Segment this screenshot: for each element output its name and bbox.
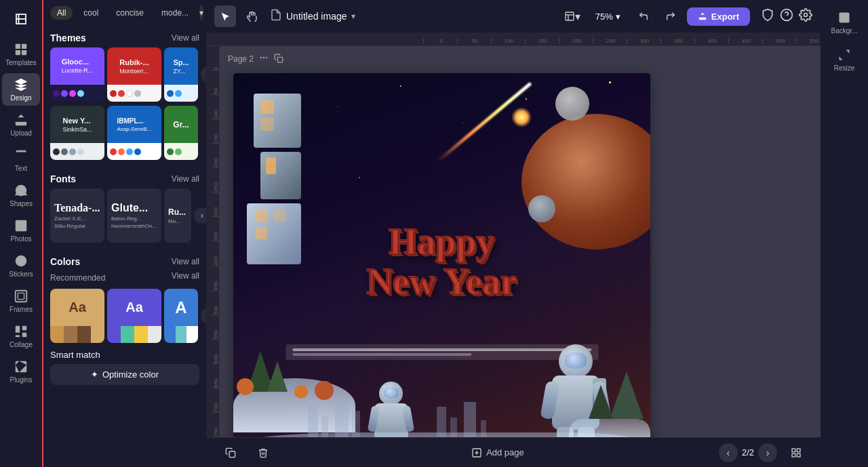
sidebar-item-plugins[interactable]: Plugins: [2, 355, 40, 388]
svg-point-24: [266, 57, 267, 58]
sidebar-item-photos[interactable]: Photos: [2, 214, 40, 247]
title-area: Untitled image ▾: [270, 9, 355, 24]
sidebar-item-frames[interactable]: Frames: [2, 285, 40, 317]
sidebar-item-upload[interactable]: Upload: [2, 108, 40, 141]
tag-concise[interactable]: concise: [109, 6, 151, 20]
svg-point-22: [260, 57, 262, 58]
zoom-button[interactable]: 75% ▾: [589, 9, 627, 24]
left-tools: [214, 5, 263, 27]
doc-icon: [270, 9, 282, 24]
optimize-color-button[interactable]: ✦ Optimize color: [50, 364, 199, 385]
export-label: Export: [711, 12, 739, 22]
themes-title: Themes: [50, 33, 86, 43]
svg-rect-33: [797, 453, 800, 457]
optimize-label: Optimize color: [102, 369, 159, 380]
sidebar-item-text[interactable]: Text: [2, 144, 40, 176]
page-navigation: ‹ 2/2 ›: [719, 443, 777, 462]
duplicate-page-button[interactable]: [217, 444, 244, 462]
font-card-1[interactable]: Glute... Baloo-Reg... HammersmithOn...: [107, 188, 161, 243]
hand-tool-button[interactable]: [241, 5, 263, 27]
help-icon[interactable]: [780, 8, 793, 25]
grid-view-button[interactable]: [783, 444, 810, 462]
theme-card-5[interactable]: Gr...: [164, 106, 198, 160]
svg-rect-31: [797, 449, 800, 452]
sidebar-item-templates[interactable]: Templates: [2, 38, 40, 70]
svg-rect-4: [16, 50, 20, 55]
bottom-right-tools: ‹ 2/2 ›: [719, 443, 810, 462]
bottom-bar: Add page ‹ 2/2 ›: [206, 437, 821, 467]
settings-icon[interactable]: [799, 8, 812, 25]
canvas-container: 0 50 100 150 200 250 300 350 400 450 500…: [206, 46, 821, 437]
svg-rect-32: [792, 453, 795, 457]
add-page-label: Add page: [486, 447, 524, 458]
right-tools: ▾ 75% ▾ Export: [561, 5, 812, 27]
canvas-scroll-area[interactable]: Page 2: [220, 46, 821, 437]
select-tool-button[interactable]: [214, 5, 236, 27]
page-options-button[interactable]: [259, 53, 269, 65]
themes-view-all[interactable]: View all: [172, 33, 199, 43]
recommended-label: Recommended: [50, 273, 105, 283]
zoom-chevron: ▾: [616, 12, 620, 22]
page-prev-button[interactable]: ‹: [719, 443, 738, 462]
svg-rect-26: [229, 451, 235, 458]
delete-page-button[interactable]: [250, 444, 277, 462]
canvas-artwork[interactable]: Happy New Year: [233, 73, 650, 437]
colors-recommended-view-all[interactable]: View all: [172, 271, 199, 281]
sidebar-item-label: Design: [10, 94, 31, 102]
sidebar-item-shapes[interactable]: Shapes: [2, 179, 40, 211]
svg-rect-11: [16, 291, 27, 302]
font-card-0[interactable]: Tenada-... Zacbel X-E... Stilu-Regular: [50, 188, 104, 243]
right-panel-resize-label: Resize: [834, 64, 855, 72]
page-next-button[interactable]: ›: [758, 443, 777, 462]
tag-mode[interactable]: mode...: [155, 6, 195, 20]
color-card-2[interactable]: A: [164, 289, 198, 343]
logo[interactable]: [2, 5, 40, 33]
theme-card-1[interactable]: Rubik-...Montserr...: [107, 47, 161, 102]
theme-card-2[interactable]: Sp...ZY...: [164, 47, 198, 102]
fonts-next-arrow[interactable]: ›: [194, 207, 206, 224]
page-label: Page 2: [228, 53, 283, 65]
smart-match-label: Smart match: [50, 350, 199, 360]
svg-rect-5: [22, 50, 26, 55]
page-copy-icon[interactable]: [274, 54, 283, 65]
right-panel: Backgr... Resize: [821, 0, 868, 467]
theme-card-3[interactable]: New Y...SinkinSa...: [50, 106, 104, 160]
tag-bar: All cool concise mode... ▾: [43, 0, 206, 26]
tag-more-arrow[interactable]: ▾: [199, 5, 203, 20]
sidebar-item-stickers[interactable]: Stickers: [2, 249, 40, 282]
optimize-icon: ✦: [91, 369, 98, 380]
sidebar-item-collage[interactable]: Collage: [2, 320, 40, 352]
sidebar-item-design[interactable]: Design: [2, 73, 40, 106]
title-chevron[interactable]: ▾: [351, 12, 355, 21]
redo-button[interactable]: [660, 5, 682, 27]
export-button[interactable]: Export: [687, 7, 750, 26]
sidebar-item-label: Photos: [10, 235, 31, 243]
font-card-2[interactable]: Ru... Mo...: [164, 188, 191, 243]
right-panel-background[interactable]: Backgr...: [824, 5, 865, 40]
tag-all[interactable]: All: [50, 6, 73, 20]
color-card-1[interactable]: Aa: [107, 289, 161, 343]
svg-rect-25: [277, 57, 283, 62]
fonts-view-all[interactable]: View all: [172, 174, 199, 184]
themes-next-arrow[interactable]: ›: [201, 66, 206, 83]
topbar: Untitled image ▾ ▾ 75% ▾ Export: [206, 0, 821, 33]
layout-tool-button[interactable]: ▾: [561, 5, 583, 27]
new-year-text[interactable]: Happy New Year: [254, 222, 630, 303]
tag-cool[interactable]: cool: [77, 6, 105, 20]
svg-rect-30: [792, 449, 795, 452]
add-page-button[interactable]: Add page: [463, 444, 532, 462]
undo-button[interactable]: [633, 5, 654, 27]
page-label-text: Page 2: [228, 54, 254, 64]
colors-next-arrow[interactable]: ›: [201, 308, 206, 324]
smart-match-area: Smart match ✦ Optimize color: [43, 350, 206, 389]
colors-view-all[interactable]: View all: [172, 257, 199, 266]
zoom-label: 75%: [595, 12, 613, 22]
shield-icon[interactable]: [761, 8, 774, 25]
right-panel-resize[interactable]: Resize: [824, 43, 865, 77]
main-area: Untitled image ▾ ▾ 75% ▾ Export: [206, 0, 821, 467]
topbar-right-icons: [761, 8, 812, 25]
bottom-left-tools: [217, 444, 277, 462]
theme-card-0[interactable]: Glooc...Lucette-R...: [50, 47, 104, 102]
theme-card-4[interactable]: IBMPL...Asap-SemiB...: [107, 106, 161, 160]
color-card-0[interactable]: Aa: [50, 289, 104, 343]
